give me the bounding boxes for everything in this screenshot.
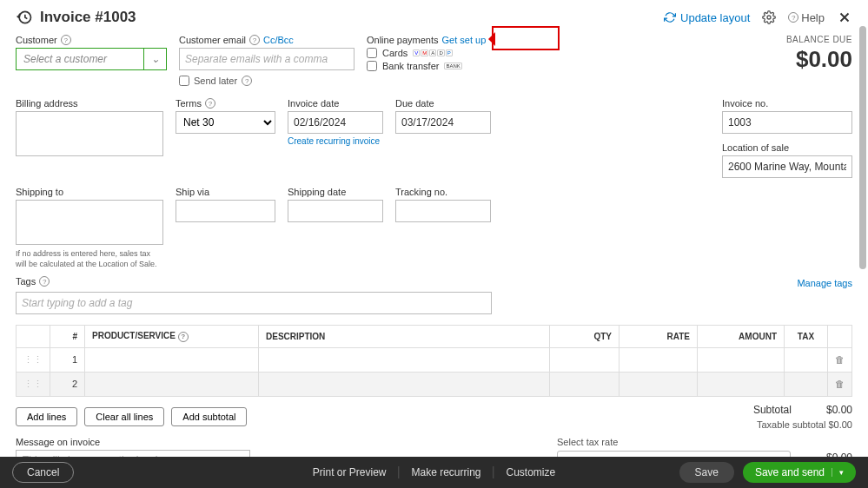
due-date-label: Due date <box>395 98 491 109</box>
add-lines-button[interactable]: Add lines <box>16 407 77 426</box>
col-qty: QTY <box>550 326 620 348</box>
settings-button[interactable] <box>762 10 776 24</box>
billing-address-input[interactable] <box>16 111 163 156</box>
refresh-icon <box>664 11 676 23</box>
select-tax-label: Select tax rate <box>557 437 852 447</box>
question-icon: ? <box>205 98 215 109</box>
manage-tags-link[interactable]: Manage tags <box>797 278 852 288</box>
email-label: Customer email?Cc/Bcc <box>179 35 354 45</box>
help-button[interactable]: ? Help <box>788 11 825 24</box>
question-icon: ? <box>39 276 50 287</box>
history-icon <box>16 9 33 26</box>
col-num: # <box>50 326 85 348</box>
print-preview-button[interactable]: Print or Preview <box>301 466 400 478</box>
line-items-table: # PRODUCT/SERVICE ? DESCRIPTION QTY RATE… <box>16 325 852 397</box>
chevron-down-icon: ⌄ <box>143 49 166 69</box>
cards-checkbox[interactable] <box>367 48 377 58</box>
header-bar: Invoice #1003 Update layout ? Help <box>0 0 868 31</box>
cancel-button[interactable]: Cancel <box>12 462 74 483</box>
customer-select[interactable]: Select a customer ⌄ <box>16 48 167 70</box>
gear-icon <box>762 10 776 24</box>
close-button[interactable] <box>837 10 852 25</box>
tags-input[interactable] <box>16 292 492 314</box>
tracking-no-input[interactable] <box>395 200 491 222</box>
location-label: Location of sale <box>722 142 852 153</box>
location-input[interactable] <box>722 155 852 178</box>
shipping-to-input[interactable] <box>16 200 163 245</box>
subtotal-amount: $0.00 <box>826 404 852 416</box>
tracking-no-label: Tracking no. <box>395 187 491 197</box>
tags-label: Tags? <box>16 276 50 287</box>
add-subtotal-button[interactable]: Add subtotal <box>171 407 247 426</box>
card-icons: VMADP <box>413 49 452 56</box>
shipping-note: If no address is entered here, sales tax… <box>16 249 163 269</box>
subtotal-label: Subtotal <box>753 404 792 416</box>
update-layout-link[interactable]: Update layout <box>664 11 750 24</box>
delete-row-button[interactable]: 🗑 <box>828 372 852 396</box>
ccbcc-link[interactable]: Cc/Bcc <box>263 35 294 45</box>
question-icon: ? <box>249 35 260 45</box>
balance-due-label: BALANCE DUE <box>786 35 852 44</box>
invoice-no-label: Invoice no. <box>722 98 852 109</box>
invoice-date-input[interactable] <box>288 111 383 134</box>
send-later-label: Send later <box>194 76 237 86</box>
create-recurring-link[interactable]: Create recurring invoice <box>288 136 383 146</box>
page-title: Invoice #1003 <box>16 9 136 26</box>
chevron-down-icon: ▾ <box>832 468 844 477</box>
bank-transfer-checkbox[interactable] <box>367 61 377 71</box>
customer-label: Customer? <box>16 35 167 45</box>
shipping-date-label: Shipping date <box>288 187 383 197</box>
save-and-send-button[interactable]: Save and send▾ <box>743 462 856 483</box>
svg-point-1 <box>767 16 771 19</box>
col-rate: RATE <box>620 326 698 348</box>
invoice-date-label: Invoice date <box>288 98 383 109</box>
question-icon: ? <box>61 35 71 45</box>
drag-handle-icon[interactable]: ⋮⋮ <box>17 347 50 372</box>
due-date-input[interactable] <box>395 111 491 134</box>
email-input[interactable] <box>179 48 354 70</box>
bank-label: Bank transfer <box>382 61 439 71</box>
col-description: DESCRIPTION <box>259 326 550 348</box>
table-row[interactable]: ⋮⋮1🗑 <box>17 347 852 372</box>
terms-label: Terms? <box>176 98 275 109</box>
col-amount: AMOUNT <box>698 326 785 348</box>
taxable-subtotal: Taxable subtotal $0.00 <box>753 419 852 430</box>
invoice-no-input[interactable] <box>722 111 852 134</box>
get-set-up-link[interactable]: Get set up <box>442 35 487 45</box>
ship-via-label: Ship via <box>176 187 275 197</box>
close-icon <box>837 10 852 25</box>
shipping-date-input[interactable] <box>288 200 383 222</box>
delete-row-button[interactable]: 🗑 <box>828 347 852 372</box>
ship-via-input[interactable] <box>176 200 275 222</box>
drag-handle-icon[interactable]: ⋮⋮ <box>17 372 50 396</box>
terms-select[interactable]: Net 30 <box>176 111 275 134</box>
make-recurring-button[interactable]: Make recurring <box>399 466 494 478</box>
shipping-to-label: Shipping to <box>16 187 163 197</box>
clear-lines-button[interactable]: Clear all lines <box>84 407 164 426</box>
message-invoice-label: Message on invoice <box>16 437 250 447</box>
billing-label: Billing address <box>16 98 163 109</box>
send-later-checkbox[interactable] <box>179 76 189 86</box>
question-icon: ? <box>178 332 189 342</box>
col-tax: TAX <box>785 326 828 348</box>
scrollbar[interactable] <box>859 26 866 269</box>
col-product: PRODUCT/SERVICE ? <box>85 326 259 348</box>
table-row[interactable]: ⋮⋮2🗑 <box>17 372 852 396</box>
customize-button[interactable]: Customize <box>494 466 568 478</box>
save-button[interactable]: Save <box>679 462 734 483</box>
footer-bar: Cancel Print or Preview Make recurring C… <box>0 457 868 488</box>
cards-label: Cards <box>382 48 407 58</box>
payments-label: Online payments Get set up <box>367 35 558 45</box>
question-icon: ? <box>788 12 798 23</box>
balance-due-amount: $0.00 <box>786 46 852 73</box>
bank-icon: BANK <box>444 63 461 69</box>
question-icon: ? <box>242 76 252 86</box>
